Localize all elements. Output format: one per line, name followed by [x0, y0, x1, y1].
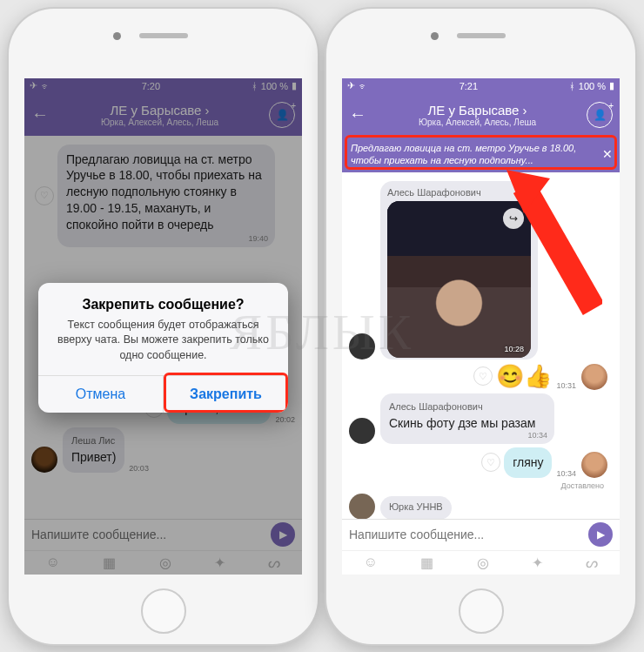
back-button[interactable]: ← [349, 104, 368, 124]
phone-camera [113, 32, 121, 40]
battery-label: 100 % [579, 81, 606, 91]
sticker-icon[interactable]: 😊👍 [496, 363, 552, 390]
message-bubble[interactable]: Алесь Шарафонович Скинь фоту дзе мы раза… [380, 393, 554, 444]
home-button[interactable] [459, 588, 504, 634]
sender-name: Алесь Шарафонович [389, 400, 546, 413]
message-bubble[interactable]: Юрка УННВ [380, 496, 452, 520]
battery-icon: ▮ [609, 80, 614, 91]
message-input[interactable] [349, 528, 588, 541]
screen-right: ✈ ᯤ 7:21 ᚼ 100 % ▮ ← ЛЕ у Барысаве › Юрк… [342, 78, 620, 575]
alert-title: Закрепить сообщение? [50, 297, 276, 313]
pin-alert: Закрепить сообщение? Текст сообщения буд… [38, 283, 288, 413]
wifi-icon: ᯤ [359, 81, 368, 91]
message-input[interactable] [31, 528, 271, 541]
message-text: гляну [513, 455, 543, 469]
camera-icon[interactable]: ◎ [477, 555, 489, 571]
gallery-icon[interactable]: ▦ [420, 555, 433, 571]
cancel-button[interactable]: Отмена [38, 376, 163, 413]
message-text: Привет) [71, 450, 116, 464]
status-time: 7:21 [460, 81, 478, 91]
screen-left: ✈ ᯤ 7:20 ᚼ 100 % ▮ ← ЛЕ у Барысаве › Юрк… [24, 78, 302, 575]
send-button[interactable]: ▶ [271, 522, 295, 547]
message-time: 19:40 [248, 233, 268, 244]
message-time: 10:28 [504, 344, 524, 354]
gif-icon[interactable]: ✦ [214, 555, 225, 571]
chat-title[interactable]: ЛЕ у Барысаве › [368, 103, 587, 118]
phone-left: ✈ ᯤ 7:20 ᚼ 100 % ▮ ← ЛЕ у Барысаве › Юрк… [9, 9, 318, 644]
forward-icon[interactable]: ↪ [503, 208, 524, 229]
sticker-icon[interactable]: ☺ [364, 555, 378, 570]
message-time: 20:02 [275, 415, 295, 424]
phone-earpiece [457, 33, 506, 38]
avatar[interactable] [349, 418, 375, 444]
attachment-row: ☺ ▦ ◎ ✦ ᔕ [342, 550, 620, 575]
avatar[interactable] [581, 452, 607, 478]
gif-icon[interactable]: ✦ [532, 555, 543, 571]
message-bubble[interactable]: Алесь Шарафонович ↪ 10:28 [380, 181, 538, 360]
like-icon[interactable]: ♡ [473, 366, 493, 386]
phone-earpiece [139, 33, 188, 38]
pinned-text: Предлагаю ловицца на ст. метро Уручье в … [351, 143, 576, 165]
message-time: 20:03 [129, 464, 149, 473]
add-member-button[interactable] [587, 102, 613, 128]
message-bubble[interactable]: гляну [504, 447, 552, 478]
message-text: Скинь фоту дзе мы разам [389, 416, 535, 430]
camera-icon[interactable]: ◎ [159, 555, 171, 571]
battery-label: 100 % [261, 81, 288, 91]
wifi-icon: ᯤ [41, 81, 50, 91]
bluetooth-icon: ᚼ [569, 81, 575, 91]
attachment-row: ☺ ▦ ◎ ✦ ᔕ [24, 550, 302, 575]
status-bar: ✈ ᯤ 7:20 ᚼ 100 % ▮ [24, 78, 302, 94]
message-time: 10:34 [527, 430, 547, 440]
home-button[interactable] [141, 588, 186, 634]
sender-name: Леша Лис [71, 434, 116, 447]
input-bar: ▶ [342, 519, 620, 550]
sticker-icon[interactable]: ☺ [46, 555, 60, 570]
avatar[interactable] [349, 333, 375, 360]
sender-name: Юрка УННВ [389, 501, 443, 514]
more-icon[interactable]: ᔕ [268, 555, 280, 571]
airplane-icon: ✈ [347, 80, 355, 91]
confirm-button[interactable]: Закрепить [163, 376, 288, 413]
input-bar: ▶ [24, 519, 302, 550]
send-button[interactable]: ▶ [588, 522, 613, 547]
status-bar: ✈ ᯤ 7:21 ᚼ 100 % ▮ [342, 78, 620, 94]
airplane-icon: ✈ [30, 80, 37, 91]
message-time: 10:31 [556, 381, 576, 390]
more-icon[interactable]: ᔕ [586, 555, 598, 571]
phone-right: ✈ ᯤ 7:21 ᚼ 100 % ▮ ← ЛЕ у Барысаве › Юрк… [326, 9, 635, 644]
message-bubble[interactable]: Леша Лис Привет) [63, 427, 124, 473]
bluetooth-icon: ᚼ [252, 81, 258, 91]
gallery-icon[interactable]: ▦ [103, 555, 116, 571]
avatar[interactable] [581, 364, 607, 390]
add-member-button[interactable] [269, 102, 295, 128]
like-icon[interactable]: ♡ [35, 186, 54, 205]
avatar[interactable] [349, 494, 375, 520]
message-text: Предлагаю ловицца на ст. метро Уручье в … [66, 152, 262, 232]
alert-text: Текст сообщения будет отображаться вверх… [50, 318, 276, 364]
message-time: 10:34 [556, 469, 576, 478]
phone-camera [431, 32, 439, 40]
message-bubble[interactable]: Предлагаю ловицца на ст. метро Уручье в … [57, 145, 275, 247]
chat-header: ← ЛЕ у Барысаве › Юрка, Алексей, Алесь, … [24, 94, 302, 136]
photo-attachment[interactable]: ↪ 10:28 [387, 201, 531, 358]
chat-area[interactable]: Алесь Шарафонович ↪ 10:28 ♡ 😊👍 10:31 [342, 172, 620, 524]
like-icon[interactable]: ♡ [481, 453, 500, 472]
avatar[interactable] [31, 447, 57, 473]
close-icon[interactable]: ✕ [602, 146, 613, 162]
pinned-banner[interactable]: Предлагаю ловицца на ст. метро Уручье в … [342, 136, 620, 173]
back-button[interactable]: ← [31, 104, 50, 124]
chat-title[interactable]: ЛЕ у Барысаве › [50, 103, 269, 118]
status-time: 7:20 [142, 81, 160, 91]
chat-subtitle: Юрка, Алексей, Алесь, Леша [368, 118, 587, 127]
delivered-label: Доставлено [349, 481, 604, 490]
sender-name: Алесь Шарафонович [387, 186, 531, 199]
chat-subtitle: Юрка, Алексей, Алесь, Леша [50, 118, 269, 127]
battery-icon: ▮ [292, 80, 297, 91]
chat-header: ← ЛЕ у Барысаве › Юрка, Алексей, Алесь, … [342, 94, 620, 136]
